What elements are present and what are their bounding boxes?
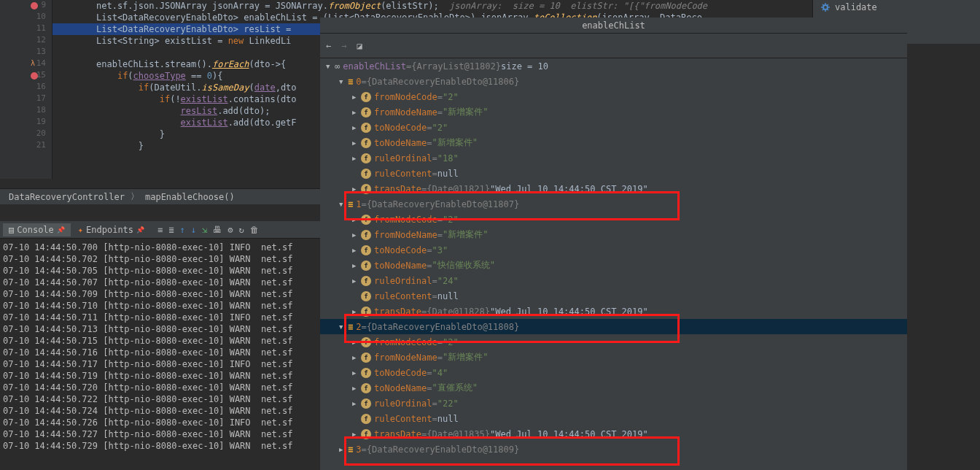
tree-row[interactable]: ▶ftoNodeCode = "2"	[320, 120, 907, 135]
line-number[interactable]: 16	[36, 82, 46, 91]
breakpoint-icon[interactable]	[31, 72, 38, 80]
forward-icon[interactable]: →	[341, 41, 346, 51]
tree-row[interactable]: ▶ffromNodeName = "新增案件"	[320, 227, 907, 242]
down-icon[interactable]: ↓	[191, 225, 196, 235]
code-line[interactable]: net.sf.json.JSONArray jsonArray = JSONAr…	[96, 0, 707, 12]
filter-icon[interactable]: ⚙	[228, 225, 233, 235]
expand-arrow-icon[interactable]: ▶	[352, 124, 361, 131]
line-number[interactable]: 10	[36, 12, 46, 21]
equals: =	[361, 199, 366, 209]
expand-arrow-icon[interactable]: ▶	[352, 400, 361, 407]
code-line[interactable]: if(DateUtil.isSameDay(date,dto	[96, 82, 297, 93]
tree-row[interactable]: ▶ftoNodeCode = "3"	[320, 242, 907, 258]
tree-row[interactable]: ▶ftoNodeName = "直催系统"	[320, 380, 907, 396]
pin-icon: 📌	[57, 226, 65, 234]
expand-arrow-icon[interactable]: ▶	[352, 155, 361, 162]
expand-arrow-icon[interactable]: ▶	[352, 93, 361, 101]
expand-arrow-icon[interactable]: ▶	[352, 185, 361, 193]
var-value: "2"	[432, 123, 448, 133]
line-number[interactable]: 21	[36, 140, 46, 150]
tree-row[interactable]: ▶fruleOrdinal = "18"	[320, 150, 907, 166]
tree-row[interactable]: fruleContent = null	[320, 166, 907, 181]
tree-row[interactable]: ▶fruleOrdinal = "22"	[320, 396, 907, 411]
expand-arrow-icon[interactable]: ▶	[352, 308, 361, 315]
tree-row[interactable]: ▶ftransDate = {Date@11821} "Wed Jul 10 1…	[320, 181, 907, 196]
tree-row[interactable]: ▶ffromNodeCode = "2"	[320, 89, 907, 104]
debug-variables-tree[interactable]: ▼∞enableChList = {ArrayList@11802} size …	[320, 58, 907, 470]
up-icon[interactable]: ↑	[180, 225, 185, 235]
line-number[interactable]: 12	[36, 35, 46, 45]
line-number[interactable]: 9	[41, 0, 46, 9]
breakpoint-icon[interactable]	[31, 2, 38, 9]
var-name: 2	[356, 322, 361, 332]
expand-arrow-icon[interactable]: ▶	[352, 339, 361, 346]
line-number[interactable]: 19	[36, 117, 46, 126]
gear-icon	[820, 2, 831, 12]
line-number[interactable]: 20	[36, 128, 46, 138]
tab-console[interactable]: ▤ Console 📌	[3, 223, 71, 236]
align-icon[interactable]: ≡	[158, 225, 163, 235]
tree-row[interactable]: ▶ftransDate = {Date@11828} "Wed Jul 10 1…	[320, 304, 907, 319]
tree-row[interactable]: ▼≡2 = {DataRecoveryEnableDto@11808}	[320, 319, 907, 334]
back-icon[interactable]: ←	[326, 41, 331, 51]
tree-row[interactable]: ▶ffromNodeName = "新增案件"	[320, 104, 907, 120]
expand-arrow-icon[interactable]: ▼	[339, 78, 348, 85]
expand-arrow-icon[interactable]: ▼	[326, 63, 335, 70]
tree-row[interactable]: ▶ftoNodeCode = "4"	[320, 365, 907, 380]
var-ref: {DataRecoveryEnableDto@11806}	[367, 77, 520, 87]
expand-arrow-icon[interactable]: ▶	[352, 431, 361, 438]
tree-row[interactable]: ▶ftoNodeName = "快信催收系统"	[320, 258, 907, 273]
line-number[interactable]: 17	[36, 93, 46, 103]
tree-row[interactable]: ▼∞enableChList = {ArrayList@11802} size …	[320, 58, 907, 74]
expand-arrow-icon[interactable]: ▶	[352, 139, 361, 147]
expand-arrow-icon[interactable]: ▼	[339, 323, 348, 331]
breadcrumb[interactable]: DataRecoveryController 〉 mapEnableChoose…	[0, 188, 320, 204]
tree-row[interactable]: ▶ftransDate = {Date@11835} "Wed Jul 10 1…	[320, 426, 907, 442]
expand-arrow-icon[interactable]: ▶	[352, 369, 361, 377]
expand-arrow-icon[interactable]: ▶	[352, 277, 361, 285]
code-line[interactable]: }	[96, 128, 165, 140]
export-icon[interactable]: ⇲	[202, 225, 207, 235]
code-line[interactable]: enableChList.stream().forEach(dto->{	[96, 58, 286, 70]
expand-arrow-icon[interactable]: ▶	[352, 231, 361, 239]
expand-arrow-icon[interactable]: ▶	[352, 385, 361, 392]
tree-row[interactable]: ▼≡0 = {DataRecoveryEnableDto@11806}	[320, 74, 907, 89]
expand-arrow-icon[interactable]: ▶	[352, 354, 361, 361]
code-line[interactable]: List<String> existList = new LinkedLi	[96, 35, 291, 47]
tree-row[interactable]: fruleContent = null	[320, 411, 907, 426]
expand-arrow-icon[interactable]: ▶	[352, 216, 361, 223]
tree-row[interactable]: ▶≡3 = {DataRecoveryEnableDto@11809}	[320, 442, 907, 457]
tab-endpoints[interactable]: ✦ Endpoints 📌	[72, 223, 150, 236]
expand-arrow-icon[interactable]: ▶	[352, 247, 361, 254]
tree-row[interactable]: ▶fruleOrdinal = "24"	[320, 273, 907, 288]
validate-action[interactable]: validate	[813, 0, 980, 15]
expand-arrow-icon[interactable]: ▶	[339, 446, 348, 453]
expand-arrow-icon[interactable]: ▶	[352, 262, 361, 269]
tree-row[interactable]: ▶ffromNodeCode = "2"	[320, 334, 907, 350]
code-line[interactable]: if(!existList.contains(dto	[96, 93, 297, 105]
tree-row[interactable]: ▶ffromNodeName = "新增案件"	[320, 350, 907, 365]
line-number[interactable]: 11	[36, 23, 46, 33]
tree-row[interactable]: ▼≡1 = {DataRecoveryEnableDto@11807}	[320, 196, 907, 212]
breadcrumb-method[interactable]: mapEnableChoose()	[142, 192, 238, 202]
tree-row[interactable]: ▶ftoNodeName = "新增案件"	[320, 135, 907, 150]
expand-arrow-icon[interactable]: ▼	[339, 201, 348, 208]
code-line[interactable]: existList.add(dto.getF	[96, 117, 297, 128]
console-output[interactable]: 07-10 14:44:50.700 [http-nio-8080-exec-1…	[0, 239, 320, 470]
tree-row[interactable]: fruleContent = null	[320, 288, 907, 304]
wrap-icon[interactable]: ≣	[168, 225, 174, 235]
tree-row[interactable]: ▶ffromNodeCode = "2"	[320, 212, 907, 227]
code-line[interactable]: }	[96, 140, 144, 152]
code-line[interactable]: resList.add(dto);	[96, 105, 270, 117]
line-number[interactable]: 13	[36, 47, 46, 56]
trash-icon[interactable]: 🗑	[250, 225, 259, 235]
clear-icon[interactable]: ↻	[238, 225, 244, 235]
print-icon[interactable]: 🖶	[213, 225, 222, 235]
code-line[interactable]: if(chooseType == 0){	[96, 70, 222, 82]
expand-arrow-icon[interactable]: ▶	[352, 109, 361, 116]
filter-icon[interactable]: ◪	[357, 41, 362, 51]
line-number[interactable]: 18	[36, 105, 46, 115]
line-number[interactable]: 14	[36, 58, 46, 68]
breadcrumb-class[interactable]: DataRecoveryController	[6, 192, 128, 202]
var-value: "4"	[432, 368, 448, 378]
